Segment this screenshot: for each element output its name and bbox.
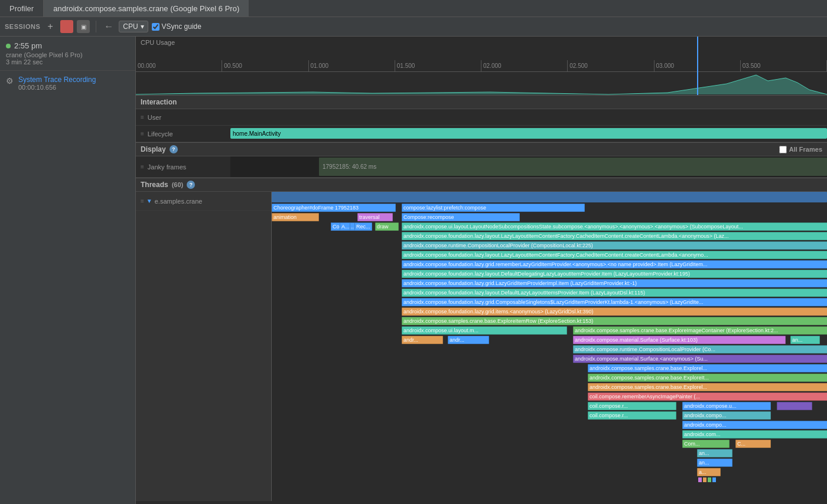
flame-block-com1[interactable]: Com... bbox=[682, 440, 730, 448]
flame-block-traversal[interactable]: traversal bbox=[357, 213, 393, 221]
flame-block-material-surface[interactable]: androidx.compose.material.Surface (Surfa… bbox=[573, 336, 786, 344]
record-button[interactable]: ▣ bbox=[77, 20, 90, 33]
lifecycle-label: Lifecycle bbox=[148, 130, 173, 138]
vsync-checkbox[interactable] bbox=[152, 23, 159, 31]
flame-block-compose-lazylist[interactable]: compose:lazylist:prefetch:compose bbox=[402, 204, 585, 212]
flame-block-lazy-layout[interactable]: androidx.compose.foundation.lazy.layout.… bbox=[402, 232, 827, 240]
flame-block-andr2[interactable]: andr... bbox=[448, 336, 489, 344]
janky-bar: 17952185: 40.62 ms bbox=[319, 158, 827, 176]
flame-block-compose-u1[interactable]: androidx.compose.u... bbox=[682, 402, 771, 410]
interaction-header: Interaction bbox=[136, 96, 827, 109]
threads-info-icon[interactable]: ? bbox=[187, 181, 195, 189]
cpu-label: CPU bbox=[123, 22, 138, 31]
flame-block-purple1[interactable] bbox=[777, 402, 812, 410]
flame-block-composable-singletons[interactable]: androidx.compose.foundation.lazy.grid.Co… bbox=[402, 298, 827, 306]
flame-block-lazy-grid-impl[interactable]: androidx.compose.foundation.lazy.grid.La… bbox=[402, 279, 827, 287]
flame-block-an1[interactable]: an... bbox=[790, 336, 820, 344]
recording-item[interactable]: ⚙ System Trace Recording 00:00:10.656 bbox=[0, 71, 135, 96]
title-bar: Profiler androidx.compose.samples.crane … bbox=[0, 0, 827, 17]
online-indicator bbox=[6, 44, 11, 48]
flame-block-c2[interactable]: C... bbox=[735, 440, 771, 448]
activity-bar: home.MainActivity bbox=[230, 128, 827, 139]
flame-block-lazy-grid-dsl[interactable]: androidx.compose.foundation.lazy.grid.it… bbox=[402, 307, 827, 316]
recording-name: System Trace Recording bbox=[18, 76, 96, 84]
all-frames-area: All Frames bbox=[779, 146, 822, 153]
add-session-button[interactable]: + bbox=[44, 20, 57, 33]
flame-block-explore-item-row[interactable]: androidx.compose.samples.crane.base.Expl… bbox=[402, 317, 827, 325]
flame-block-animation[interactable]: animation bbox=[272, 213, 319, 221]
user-track-label: ≡ User bbox=[136, 114, 230, 121]
all-frames-checkbox[interactable] bbox=[779, 146, 787, 153]
flame-block-compose-2[interactable]: androidx.compo... bbox=[682, 411, 771, 420]
lifecycle-track-row: ≡ Lifecycle home.MainActivity bbox=[136, 126, 827, 142]
stop-button[interactable] bbox=[60, 20, 73, 33]
cpu-selector[interactable]: CPU ▾ bbox=[119, 21, 148, 32]
flame-block-rec[interactable]: Rec... bbox=[354, 222, 372, 231]
thread-labels: ≡ ▼ e.samples.crane bbox=[136, 192, 272, 501]
flame-block-explore-2[interactable]: androidx.compose.samples.crane.base.Expl… bbox=[588, 374, 827, 382]
activity-name: home.MainActivity bbox=[233, 130, 281, 137]
thread-label-main: ≡ ▼ e.samples.crane bbox=[136, 192, 271, 211]
janky-frames-row: ≡ Janky frames 17952185: 40.62 ms bbox=[136, 156, 827, 178]
threads-label: Threads bbox=[141, 181, 168, 189]
flame-block-lazy-grid-remember[interactable]: androidx.compose.foundation.lazy.grid.re… bbox=[402, 260, 827, 269]
flame-block-choreographer[interactable]: Choreographer#doFrame 17952183 bbox=[272, 204, 396, 212]
main-layout: 2:55 pm crane (Google Pixel 6 Pro) 3 min… bbox=[0, 37, 827, 504]
flame-block-coil-async[interactable]: coil.compose.rememberAsyncImagePainter (… bbox=[588, 392, 827, 401]
tab-title-text: androidx.compose.samples.crane (Google P… bbox=[53, 4, 239, 13]
flame-block-composition-local[interactable]: androidx.compose.runtime.CompositionLoca… bbox=[402, 241, 827, 250]
flame-block-compose-3[interactable]: androidx.compo... bbox=[682, 421, 827, 429]
tick-2: 01.000 bbox=[309, 60, 395, 71]
flame-block-compose-ui-layout-m[interactable]: androidx.compose.ui.layout.m... bbox=[402, 326, 567, 335]
flame-block-explore-1[interactable]: androidx.compose.samples.crane.base.Expl… bbox=[588, 364, 827, 372]
flame-block-compose-recompose[interactable]: Compose:recompose bbox=[402, 213, 520, 221]
flame-block-default-delegating[interactable]: androidx.compose.foundation.lazy.layout.… bbox=[402, 270, 827, 278]
flame-block-coil-r2[interactable]: coil.compose.r... bbox=[588, 411, 676, 420]
flame-block-material-surface-anon[interactable]: androidx.compose.material.Surface.<anony… bbox=[573, 355, 827, 363]
thread-collapse-icon: ▼ bbox=[146, 198, 152, 204]
janky-label: Janky frames bbox=[148, 163, 186, 171]
flame-block-an2[interactable]: an... bbox=[697, 449, 732, 457]
flame-block-lazy-content-factory[interactable]: androidx.compose.foundation.lazy.layout.… bbox=[402, 251, 827, 259]
flame-block-an3[interactable]: an... bbox=[697, 459, 732, 467]
threads-count: (60) bbox=[172, 181, 184, 188]
flame-block-a2[interactable]: a... bbox=[697, 468, 721, 476]
flame-block-default-lazy[interactable]: androidx.compose.foundation.lazy.layout.… bbox=[402, 289, 827, 297]
tab-title[interactable]: androidx.compose.samples.crane (Google P… bbox=[44, 0, 249, 17]
tick-1: 00.500 bbox=[222, 60, 308, 71]
vsync-text: VSync guide bbox=[162, 22, 201, 31]
flame-block-explore-image-container[interactable]: androidx.compose.samples.crane.base.Expl… bbox=[573, 326, 827, 335]
cpu-usage-area: CPU Usage 00.000 00.500 01.000 01.500 02… bbox=[136, 37, 827, 96]
flame-block-compose-ui-layout[interactable]: androidx.compose.ui.layout.LayoutNodeSub… bbox=[402, 222, 827, 231]
content-area: CPU Usage 00.000 00.500 01.000 01.500 02… bbox=[136, 37, 827, 504]
app-title: Profiler bbox=[0, 0, 44, 17]
flame-block-compose-4[interactable]: androidx.com... bbox=[682, 430, 827, 438]
flame-chart: Choreographer#doFrame 17952183 compose:l… bbox=[272, 192, 827, 501]
flame-block-coil-r1[interactable]: coil.compose.r... bbox=[588, 402, 676, 410]
janky-frames-label: ≡ Janky frames bbox=[136, 163, 230, 171]
back-button[interactable]: ← bbox=[102, 20, 115, 33]
display-header: Display ? All Frames bbox=[136, 143, 827, 156]
threads-section: Threads (60) ? ≡ ▼ e.samples.crane bbox=[136, 178, 827, 504]
tick-7: 03.500 bbox=[741, 60, 827, 71]
tick-6: 03.000 bbox=[655, 60, 741, 71]
thread-list: ≡ ▼ e.samples.crane Choreographer#doFram… bbox=[136, 192, 827, 501]
flame-block-draw[interactable]: draw bbox=[375, 222, 399, 231]
hamburger-icon: ≡ bbox=[141, 114, 144, 120]
small-bar-3 bbox=[708, 477, 711, 482]
small-bar-1 bbox=[698, 477, 702, 482]
interaction-section: Interaction ≡ User ≡ Lifecycle home.Main… bbox=[136, 96, 827, 143]
threads-header: Threads (60) ? bbox=[136, 178, 827, 192]
session-duration: 3 min 22 sec bbox=[6, 58, 129, 66]
toolbar: SESSIONS + ▣ ← CPU ▾ VSync guide bbox=[0, 17, 827, 37]
sessions-label: SESSIONS bbox=[5, 23, 40, 30]
user-label: User bbox=[148, 114, 161, 121]
flame-block-composition-local-2[interactable]: androidx.compose.runtime.CompositionLoca… bbox=[573, 345, 827, 354]
flame-block-a[interactable]: A... bbox=[340, 222, 350, 231]
small-bar-2 bbox=[703, 477, 706, 482]
session-item[interactable]: 2:55 pm crane (Google Pixel 6 Pro) 3 min… bbox=[0, 37, 135, 71]
vsync-checkbox-label[interactable]: VSync guide bbox=[152, 22, 201, 31]
flame-block-explore-3[interactable]: androidx.compose.samples.crane.base.Expl… bbox=[588, 383, 827, 391]
info-icon[interactable]: ? bbox=[170, 145, 178, 153]
flame-block-andr1[interactable]: andr... bbox=[402, 336, 443, 344]
